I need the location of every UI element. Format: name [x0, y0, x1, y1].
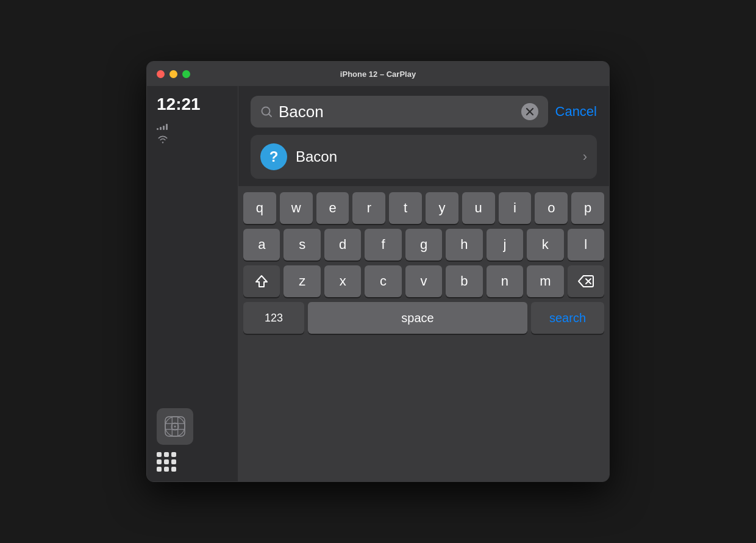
shift-key[interactable]	[243, 265, 280, 297]
signal-icons	[157, 123, 169, 143]
search-area: Bacon Cancel	[238, 86, 609, 135]
dot	[157, 459, 162, 464]
key-v[interactable]: v	[405, 265, 442, 297]
dot	[157, 452, 162, 457]
time-display: 12:21	[157, 96, 201, 113]
backspace-key[interactable]	[568, 265, 604, 297]
right-panel: Bacon Cancel ? Bacon	[238, 86, 609, 481]
numbers-key[interactable]: 123	[243, 302, 304, 334]
signal-bar-1	[157, 128, 159, 130]
key-o[interactable]: o	[535, 192, 568, 224]
signal-bar-4	[166, 124, 168, 130]
dot	[157, 467, 162, 472]
key-c[interactable]: c	[365, 265, 401, 297]
dot	[171, 467, 176, 472]
key-row-2: a s d f g h j k l	[243, 229, 604, 261]
shift-icon	[254, 273, 269, 289]
window-title: iPhone 12 – CarPlay	[340, 70, 416, 79]
search-query: Bacon	[279, 102, 515, 121]
result-item[interactable]: ? Bacon ›	[251, 135, 597, 179]
key-a[interactable]: a	[243, 229, 280, 261]
search-results: ? Bacon ›	[251, 135, 597, 179]
signal-bar-3	[163, 126, 165, 130]
signal-bars	[157, 123, 169, 130]
clear-button[interactable]	[521, 103, 538, 120]
key-b[interactable]: b	[446, 265, 482, 297]
key-u[interactable]: u	[462, 192, 495, 224]
key-w[interactable]: w	[280, 192, 313, 224]
key-h[interactable]: h	[446, 229, 482, 261]
carplay-window: iPhone 12 – CarPlay 12:21	[146, 61, 610, 482]
sidebar: 12:21	[147, 86, 238, 481]
title-bar: iPhone 12 – CarPlay	[147, 62, 609, 86]
space-key[interactable]: space	[308, 302, 527, 334]
key-s[interactable]: s	[284, 229, 320, 261]
key-i[interactable]: i	[499, 192, 532, 224]
result-icon: ?	[260, 143, 287, 170]
key-z[interactable]: z	[284, 265, 320, 297]
key-f[interactable]: f	[365, 229, 401, 261]
clear-icon	[526, 107, 534, 116]
key-n[interactable]: n	[487, 265, 523, 297]
sidebar-bottom	[157, 452, 176, 472]
search-key[interactable]: search	[531, 302, 604, 334]
cancel-button[interactable]: Cancel	[555, 104, 597, 120]
wifi-icon	[157, 135, 169, 143]
svg-line-9	[269, 114, 272, 117]
dot	[171, 459, 176, 464]
key-r[interactable]: r	[352, 192, 385, 224]
key-row-3: z x c v b n m	[243, 265, 604, 297]
grid-icon	[162, 413, 188, 440]
search-box[interactable]: Bacon	[251, 96, 548, 128]
result-text: Bacon	[296, 148, 574, 165]
key-row-bottom: 123 space search	[243, 302, 604, 340]
backspace-icon	[577, 275, 594, 288]
traffic-lights	[157, 70, 190, 78]
key-j[interactable]: j	[487, 229, 523, 261]
minimize-button[interactable]	[169, 70, 177, 78]
apps-grid[interactable]	[157, 452, 176, 472]
dot	[171, 452, 176, 457]
key-t[interactable]: t	[389, 192, 422, 224]
dot	[164, 452, 169, 457]
close-button[interactable]	[157, 70, 165, 78]
key-p[interactable]: p	[571, 192, 604, 224]
chevron-right-icon: ›	[583, 149, 587, 165]
key-y[interactable]: y	[426, 192, 458, 224]
key-x[interactable]: x	[324, 265, 361, 297]
grid-icon-container[interactable]	[157, 408, 193, 445]
signal-bar-2	[160, 127, 162, 130]
key-d[interactable]: d	[324, 229, 361, 261]
key-g[interactable]: g	[405, 229, 442, 261]
key-k[interactable]: k	[527, 229, 563, 261]
key-m[interactable]: m	[527, 265, 563, 297]
main-content: 12:21	[147, 86, 609, 481]
key-row-1: q w e r t y u i o p	[243, 192, 604, 224]
svg-point-7	[174, 426, 176, 428]
search-icon	[260, 106, 273, 118]
dot	[164, 467, 169, 472]
keyboard: q w e r t y u i o p a s d f g	[238, 186, 609, 481]
key-q[interactable]: q	[243, 192, 276, 224]
dot	[164, 459, 169, 464]
key-l[interactable]: l	[568, 229, 604, 261]
key-e[interactable]: e	[316, 192, 349, 224]
maximize-button[interactable]	[182, 70, 190, 78]
